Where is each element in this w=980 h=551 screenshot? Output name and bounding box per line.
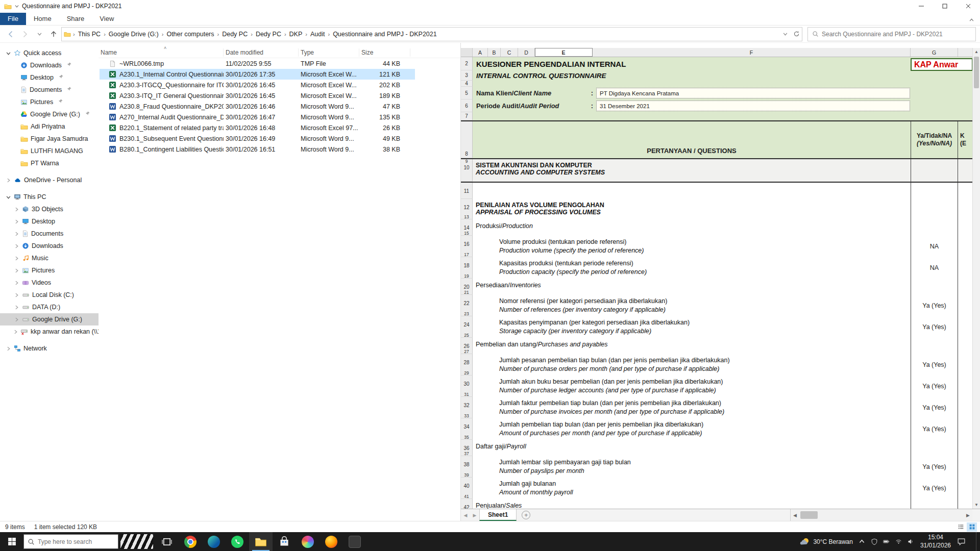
taskbar-edge-icon[interactable]: [202, 532, 226, 551]
sidebar-item-pt-warna[interactable]: PT Warna: [0, 157, 99, 169]
sidebar-item-music[interactable]: Music: [0, 252, 99, 264]
column-header-G[interactable]: G: [911, 48, 958, 57]
sheet-nav-left-icon[interactable]: ◀: [461, 509, 470, 521]
sidebar-item-kkp-anwar-dan-rekan-1[interactable]: kkp anwar dan rekan (\\1: [0, 325, 99, 338]
breadcrumb-segment[interactable]: Questionnaire and PMPJ - DKP2021: [330, 30, 439, 39]
chevron-right-icon[interactable]: [13, 232, 19, 236]
tray-wifi-icon[interactable]: [895, 538, 902, 545]
details-view-icon[interactable]: [955, 522, 966, 532]
breadcrumb-segment[interactable]: Audit: [308, 30, 328, 39]
breadcrumb-segment[interactable]: Dedy PC: [219, 30, 250, 39]
scroll-right-icon[interactable]: ▶: [964, 509, 972, 521]
breadcrumb-segment[interactable]: Google Drive (G:): [106, 30, 161, 39]
sidebar-item-this-pc[interactable]: This PC: [0, 191, 99, 203]
notification-center-icon[interactable]: [957, 537, 966, 546]
taskbar-clock[interactable]: 15:04 31/01/2026: [920, 534, 951, 549]
sheet-tab-sheet1[interactable]: Sheet1: [479, 509, 517, 521]
file-row[interactable]: A270_Internal Audit Questionnaire_DKP2..…: [100, 112, 415, 122]
sheet-nav-right-icon[interactable]: ▶: [470, 509, 479, 521]
sidebar-item-adi-priyatna[interactable]: Adi Priyatna: [0, 120, 99, 133]
taskbar-whatsapp-icon[interactable]: [226, 532, 249, 551]
chevron-right-icon[interactable]: [5, 346, 11, 351]
column-header-B[interactable]: B: [488, 48, 501, 57]
chevron-right-icon[interactable]: [13, 281, 19, 285]
taskbar-microsoft-store-icon[interactable]: [273, 532, 296, 551]
file-row[interactable]: A230.1_Internal Control Questionnaire_D.…: [100, 69, 415, 80]
chevron-right-icon[interactable]: [5, 178, 11, 183]
file-row[interactable]: A230.3-ITGCQ_Questionnaire for ITGC_DK..…: [100, 80, 415, 90]
new-sheet-icon[interactable]: +: [522, 511, 530, 519]
file-row[interactable]: A230.8_Fraud Questionnaire_DKP202130/01/…: [100, 101, 415, 112]
file-row[interactable]: B230.1_Subsequent Event Questionnaire_..…: [100, 133, 415, 144]
breadcrumb[interactable]: ›This PC›Google Drive (G:)›Other compute…: [61, 27, 802, 41]
search-input[interactable]: [822, 31, 971, 38]
chevron-right-icon[interactable]: [13, 293, 19, 297]
tray-battery-icon[interactable]: [883, 538, 890, 545]
taskbar-search-box[interactable]: [23, 534, 118, 549]
close-button[interactable]: [957, 0, 980, 12]
horizontal-scrollbar[interactable]: ◀ ▶: [790, 509, 972, 521]
breadcrumb-segment[interactable]: Other computers: [164, 30, 216, 39]
scroll-down-icon[interactable]: ▼: [974, 501, 978, 509]
chevron-right-icon[interactable]: [13, 268, 19, 273]
sidebar-item-videos[interactable]: Videos: [0, 277, 99, 289]
horizontal-scroll-thumb[interactable]: [800, 511, 818, 519]
hidden-icons-chevron-icon[interactable]: [859, 539, 865, 544]
collapse-ribbon-icon[interactable]: [969, 18, 974, 22]
select-all-corner[interactable]: [461, 48, 473, 57]
file-row[interactable]: ~WRL0066.tmp11/02/2025 9:55TMP File44 KB: [100, 58, 415, 69]
breadcrumb-segment[interactable]: DKP: [287, 30, 305, 39]
file-row[interactable]: A230.3-ITQ_IT General Questionnaire_DK..…: [100, 90, 415, 101]
scroll-up-icon[interactable]: ▲: [974, 48, 978, 56]
scroll-left-icon[interactable]: ◀: [791, 509, 799, 521]
column-header-name[interactable]: Name: [99, 48, 224, 57]
sidebar-item-google-drive-g-[interactable]: Google Drive (G:): [0, 313, 99, 325]
column-header-size[interactable]: Size: [359, 48, 410, 57]
sidebar-item-pictures[interactable]: Pictures: [0, 264, 99, 277]
sidebar-item-google-drive-g-[interactable]: Google Drive (G:): [0, 108, 99, 120]
sidebar-item-desktop[interactable]: Desktop: [0, 215, 99, 228]
sidebar-item-downloads[interactable]: Downloads: [0, 240, 99, 252]
taskbar-zebra-search-highlight-icon[interactable]: [118, 532, 155, 551]
quick-access-toolbar-chevron-icon[interactable]: [15, 4, 19, 8]
file-row[interactable]: B220.1_Statement of related party transa…: [100, 122, 415, 133]
back-icon[interactable]: [4, 28, 17, 41]
column-header-E[interactable]: E: [535, 48, 593, 57]
maximize-button[interactable]: [933, 0, 957, 12]
taskbar-task-view-icon[interactable]: [155, 532, 179, 551]
ribbon-tab-home[interactable]: Home: [26, 13, 59, 25]
sidebar-item-pictures[interactable]: Pictures: [0, 96, 99, 108]
chevron-right-icon[interactable]: [13, 219, 19, 224]
column-header-A[interactable]: A: [473, 48, 488, 57]
sidebar-item-3d-objects[interactable]: 3D Objects: [0, 203, 99, 215]
sidebar-item-documents[interactable]: Documents: [0, 84, 99, 96]
sidebar-item-quick-access[interactable]: Quick access: [0, 47, 99, 59]
chevron-right-icon[interactable]: [13, 305, 19, 310]
taskbar-photos-icon[interactable]: [296, 532, 320, 551]
forward-icon[interactable]: [18, 28, 32, 41]
chevron-right-icon[interactable]: [13, 317, 19, 322]
chevron-down-icon[interactable]: [5, 51, 11, 56]
ribbon-tab-share[interactable]: Share: [59, 13, 92, 25]
large-icons-view-icon[interactable]: [967, 522, 977, 532]
taskbar-file-explorer-icon[interactable]: [249, 532, 273, 551]
column-header-F[interactable]: F: [593, 48, 911, 57]
column-header-date-modified[interactable]: Date modified: [224, 48, 299, 57]
start-button[interactable]: [0, 532, 23, 551]
search-box[interactable]: [807, 27, 976, 41]
recent-locations-chevron-icon[interactable]: [33, 28, 46, 41]
ribbon-tab-file[interactable]: File: [0, 13, 26, 25]
chevron-down-icon[interactable]: [5, 195, 11, 199]
taskbar-dark-app-icon[interactable]: [343, 532, 366, 551]
refresh-icon[interactable]: [793, 31, 800, 37]
weather-widget[interactable]: 30°C Berawan: [800, 537, 853, 547]
breadcrumb-segment[interactable]: Dedy PC: [253, 30, 284, 39]
sidebar-item-desktop[interactable]: Desktop: [0, 71, 99, 84]
sidebar-item-data-d-[interactable]: DATA (D:): [0, 301, 99, 313]
column-header-clipped[interactable]: [958, 48, 973, 57]
sidebar-item-downloads[interactable]: Downloads: [0, 59, 99, 71]
ribbon-tab-view[interactable]: View: [92, 13, 121, 25]
minimize-button[interactable]: [910, 0, 933, 12]
vertical-scrollbar[interactable]: ▲ ▼: [972, 48, 980, 509]
chevron-right-icon[interactable]: [13, 207, 19, 212]
